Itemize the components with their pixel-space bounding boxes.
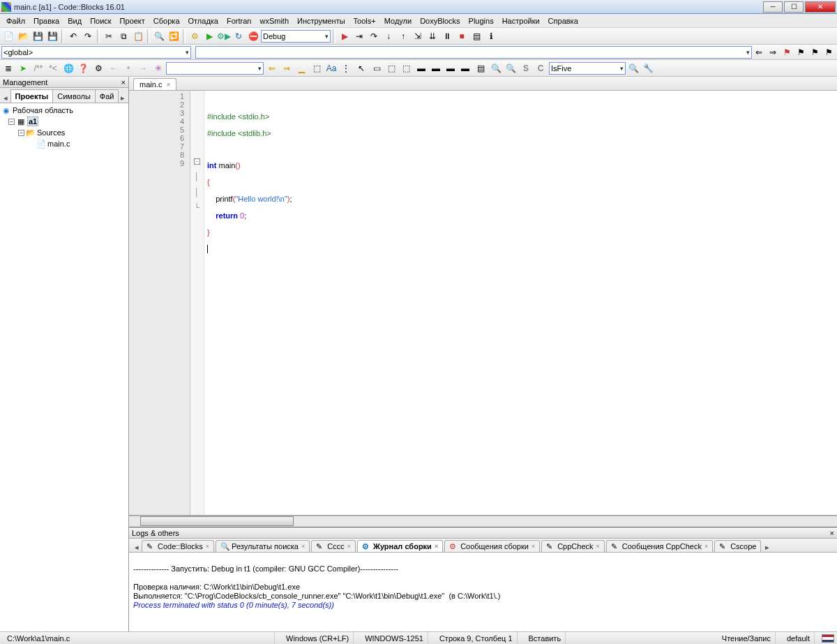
doxy-config-icon[interactable]: ⚙: [91, 61, 105, 75]
debug-windows-icon[interactable]: ▤: [469, 29, 483, 43]
debug-run-to-cursor-icon[interactable]: ⇥: [352, 29, 366, 43]
menu-debug[interactable]: Отладка: [185, 15, 222, 27]
jump-fwd-icon[interactable]: →: [136, 61, 150, 75]
copy-icon[interactable]: ⧉: [116, 29, 130, 43]
tree-workspace[interactable]: ◉ Рабочая область: [1, 105, 127, 116]
options-icon[interactable]: ⋮: [339, 61, 353, 75]
close-icon[interactable]: ×: [435, 543, 438, 550]
logtab-build-log[interactable]: ⚙Журнал сборки×: [357, 540, 443, 552]
close-icon[interactable]: ×: [301, 543, 305, 550]
debug-next-line-icon[interactable]: ↷: [367, 29, 381, 43]
management-close-icon[interactable]: ×: [121, 78, 126, 87]
selected-text-icon[interactable]: ⬚: [310, 61, 324, 75]
keyboard-layout-icon[interactable]: [822, 634, 834, 643]
regex-icon[interactable]: ✳: [151, 61, 165, 75]
select-icon[interactable]: ▭: [370, 61, 384, 75]
source-c-icon[interactable]: C: [534, 61, 548, 75]
highlight-icon[interactable]: ▁: [294, 61, 308, 75]
logs-body[interactable]: -------------- Запустить: Debug in t1 (c…: [129, 553, 837, 631]
prev-icon[interactable]: ⇐: [265, 61, 279, 75]
management-tab-left-icon[interactable]: ◂: [1, 93, 10, 103]
logtab-cppcheck-msg[interactable]: ✎Сообщения CppCheck×: [606, 540, 713, 552]
menu-settings[interactable]: Настройки: [499, 15, 543, 27]
fold-icon[interactable]: −: [194, 158, 200, 165]
win1-icon[interactable]: ▬: [414, 61, 428, 75]
toggle-header-icon[interactable]: ⬚: [399, 61, 413, 75]
zoom-in-icon[interactable]: 🔍: [489, 61, 503, 75]
menu-tools[interactable]: Инструменты: [294, 15, 349, 27]
menu-project[interactable]: Проект: [116, 15, 149, 27]
debug-next-instr-icon[interactable]: ⇲: [411, 29, 425, 43]
replace-icon[interactable]: 🔁: [167, 29, 181, 43]
debug-start-icon[interactable]: ▶: [338, 29, 352, 43]
undo-icon[interactable]: ↶: [66, 29, 80, 43]
nav-back-icon[interactable]: ⇐: [752, 45, 766, 59]
debug-info-icon[interactable]: ℹ: [484, 29, 498, 43]
match-select[interactable]: IsFive: [549, 62, 626, 75]
tab-projects[interactable]: Проекты: [10, 89, 54, 103]
open-file-icon[interactable]: 📂: [16, 29, 30, 43]
menu-wxsmith[interactable]: wxSmith: [256, 15, 292, 27]
tree-file-mainc[interactable]: 📄 main.c: [1, 138, 127, 149]
search-go-icon[interactable]: 🔍: [626, 61, 640, 75]
new-file-icon[interactable]: 📄: [1, 29, 15, 43]
tab-symbols[interactable]: Символы: [52, 89, 96, 103]
debug-break-icon[interactable]: ⏸: [440, 29, 454, 43]
jump-mark-icon[interactable]: •: [121, 61, 135, 75]
build-target-select[interactable]: Debug: [261, 30, 331, 43]
win4-icon[interactable]: ▬: [458, 61, 472, 75]
expand-icon[interactable]: −: [18, 130, 24, 136]
close-button[interactable]: ✕: [805, 1, 836, 13]
redo-icon[interactable]: ↷: [81, 29, 95, 43]
win3-icon[interactable]: ▬: [444, 61, 458, 75]
logtab-cscope[interactable]: ✎Cscope: [714, 540, 761, 552]
save-icon[interactable]: 💾: [31, 29, 45, 43]
doxy-extract-icon[interactable]: ➤: [16, 61, 30, 75]
jump-back-icon[interactable]: ←: [107, 61, 121, 75]
abbrev-icon[interactable]: ▤: [474, 61, 488, 75]
close-icon[interactable]: ×: [206, 543, 209, 550]
menu-fortran[interactable]: Fortran: [223, 15, 255, 27]
menu-build[interactable]: Сборка: [150, 15, 183, 27]
menu-toolsplus[interactable]: Tools+: [350, 15, 379, 27]
debug-stop-icon[interactable]: ■: [455, 29, 469, 43]
build-run-icon[interactable]: ⚙▶: [217, 29, 231, 43]
doxy-html-icon[interactable]: 🌐: [61, 61, 75, 75]
zoom-out-icon[interactable]: 🔍: [504, 61, 518, 75]
logtab-build-messages[interactable]: ⚙Сообщения сборки×: [444, 540, 540, 552]
find-icon[interactable]: 🔍: [152, 29, 166, 43]
symbol-select[interactable]: [195, 46, 752, 59]
debug-step-out-icon[interactable]: ↑: [396, 29, 410, 43]
bookmark-prev-icon[interactable]: ⚑: [794, 45, 808, 59]
comment-block-icon[interactable]: /**: [31, 61, 45, 75]
logs-tab-left-icon[interactable]: ◂: [132, 543, 142, 552]
menu-view[interactable]: Вид: [64, 15, 85, 27]
debug-step-into-icon[interactable]: ↓: [382, 29, 395, 43]
tree-sources[interactable]: − 📂 Sources: [1, 127, 127, 138]
tab-files[interactable]: Фай: [95, 89, 119, 103]
toggle-source-icon[interactable]: ⬚: [384, 61, 398, 75]
bookmark-flag-icon[interactable]: ⚑: [780, 45, 794, 59]
build-icon[interactable]: ⚙: [188, 29, 202, 43]
menu-help[interactable]: Справка: [545, 15, 582, 27]
logtab-codeblocks[interactable]: ✎Code::Blocks×: [142, 540, 214, 552]
logs-close-icon[interactable]: ×: [830, 529, 834, 537]
logs-tab-right-icon[interactable]: ▸: [762, 543, 772, 552]
nav-fwd-icon[interactable]: ⇒: [766, 45, 780, 59]
menu-doxyblocks[interactable]: DoxyBlocks: [416, 15, 463, 27]
editor-tab-close-icon[interactable]: ×: [166, 81, 170, 89]
tree-project[interactable]: − ▦ a1: [1, 116, 127, 127]
minimize-button[interactable]: ─: [763, 1, 783, 13]
code-content[interactable]: #include <stdio.h> #include <stdlib.h> i…: [204, 91, 837, 515]
close-icon[interactable]: ×: [347, 543, 351, 550]
bookmark-clear-icon[interactable]: ⚑: [822, 45, 836, 59]
close-icon[interactable]: ×: [704, 543, 708, 550]
menu-edit[interactable]: Правка: [30, 15, 63, 27]
management-tab-right-icon[interactable]: ▸: [118, 93, 127, 103]
maximize-button[interactable]: ☐: [784, 1, 804, 13]
settings-wrench-icon[interactable]: 🔧: [641, 61, 655, 75]
cursor-icon[interactable]: ↖: [354, 61, 368, 75]
code-editor[interactable]: 123456789 − ││└ #include <stdio.h> #incl…: [129, 91, 837, 516]
doxy-chm-icon[interactable]: ❓: [76, 61, 90, 75]
source-s-icon[interactable]: S: [519, 61, 533, 75]
